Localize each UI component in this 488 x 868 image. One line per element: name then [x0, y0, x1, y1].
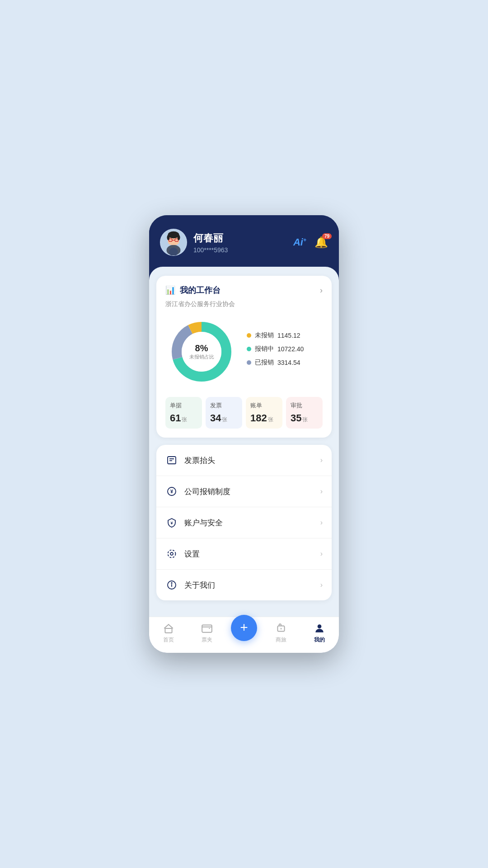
workbench-title: 我的工作台	[180, 285, 221, 296]
donut-label: 未报销占比	[189, 354, 214, 360]
content: 📊 我的工作台 › 浙江省办公服务行业协会 8%	[149, 267, 339, 653]
svg-point-22	[168, 550, 176, 558]
policy-icon: ¥	[165, 485, 178, 498]
legend-label-1: 报销中	[255, 345, 274, 353]
menu-arrow-4: ›	[320, 581, 323, 589]
nav-item-wallet[interactable]: 票夹	[188, 623, 227, 644]
bell-badge: 79	[322, 233, 332, 239]
user-name: 何春丽	[193, 231, 228, 245]
menu-left-0: 发票抬头	[165, 454, 215, 467]
header: 何春丽 100****5963 Ai+ 🔔 79	[149, 215, 339, 267]
stat-invoices[interactable]: 发票 34张	[206, 397, 242, 429]
stat-label-1: 发票	[210, 401, 238, 410]
ai-button[interactable]: Ai+	[293, 236, 306, 248]
menu-arrow-3: ›	[320, 550, 323, 558]
card-header: 📊 我的工作台 ›	[165, 285, 323, 296]
stat-value-0: 61张	[170, 412, 197, 424]
security-icon: ¥	[165, 516, 178, 529]
user-id: 100****5963	[193, 246, 228, 254]
legend-val-0: 1145.12	[277, 332, 300, 339]
legend-val-1: 10722.40	[277, 345, 304, 353]
menu-label-3: 设置	[184, 549, 200, 559]
menu-arrow-2: ›	[320, 519, 323, 527]
svg-point-10	[178, 235, 180, 241]
menu-item-invoice-header[interactable]: 发票抬头 ›	[156, 445, 332, 476]
svg-point-21	[170, 552, 173, 555]
menu-left-3: 设置	[165, 547, 200, 560]
donut-center: 8% 未报销占比	[189, 343, 214, 360]
user-info: 何春丽 100****5963	[193, 231, 228, 254]
menu-arrow-0: ›	[320, 456, 323, 464]
stat-label-0: 单据	[170, 401, 197, 410]
stat-label-2: 账单	[250, 401, 278, 410]
nav-item-mine[interactable]: 我的	[300, 623, 339, 644]
add-button[interactable]: +	[231, 615, 257, 641]
legend-label-0: 未报销	[255, 331, 274, 340]
legend-item-2: 已报销 3314.54	[247, 359, 323, 367]
svg-rect-26	[165, 628, 172, 633]
menu-label-1: 公司报销制度	[184, 486, 230, 497]
menu-item-account-security[interactable]: ¥ 账户与安全 ›	[156, 507, 332, 538]
svg-text:¥: ¥	[170, 521, 173, 525]
legend-item-0: 未报销 1145.12	[247, 331, 323, 340]
org-name: 浙江省办公服务行业协会	[165, 300, 323, 308]
menu-item-reimbursement-policy[interactable]: ¥ 公司报销制度 ›	[156, 476, 332, 507]
menu-item-about[interactable]: 关于我们 ›	[156, 570, 332, 600]
menu-left-1: ¥ 公司报销制度	[165, 485, 230, 498]
nav-label-home: 首页	[163, 636, 174, 644]
nav-label-travel: 商旅	[276, 636, 286, 644]
svg-point-25	[171, 583, 172, 584]
svg-point-9	[167, 235, 170, 241]
settings-icon	[165, 547, 178, 560]
stat-documents[interactable]: 单据 61张	[165, 397, 202, 429]
header-right: Ai+ 🔔 79	[293, 236, 328, 249]
stats-row: 单据 61张 发票 34张 账单 182张	[165, 397, 323, 429]
stat-value-3: 35张	[291, 412, 318, 424]
nav-item-travel[interactable]: 商旅	[262, 623, 300, 644]
phone-frame: 何春丽 100****5963 Ai+ 🔔 79 📊 我的工作台 ›	[149, 215, 339, 653]
legend-val-2: 3314.54	[277, 359, 300, 366]
stat-bills[interactable]: 账单 182张	[246, 397, 282, 429]
menu-left-4: 关于我们	[165, 579, 215, 591]
legend-dot-reimbursed	[247, 360, 251, 365]
plus-icon: +	[240, 621, 248, 634]
nav-label-wallet: 票夹	[202, 636, 212, 644]
legend-label-2: 已报销	[255, 359, 274, 367]
legend-dot-reimbursing	[247, 347, 251, 351]
chart-area: 8% 未报销占比 未报销 1145.12 报销中 10722.40	[165, 316, 323, 388]
legend-item-1: 报销中 10722.40	[247, 345, 323, 353]
nav-item-home[interactable]: 首页	[149, 623, 188, 644]
menu-label-2: 账户与安全	[184, 518, 223, 528]
menu-card: 发票抬头 › ¥ 公司报销制度 ›	[156, 445, 332, 600]
menu-label-0: 发票抬头	[184, 455, 215, 466]
stat-value-1: 34张	[210, 412, 238, 424]
workbench-card: 📊 我的工作台 › 浙江省办公服务行业协会 8%	[156, 276, 332, 438]
stat-value-2: 182张	[250, 412, 278, 424]
menu-item-settings[interactable]: 设置 ›	[156, 538, 332, 570]
nav-item-add[interactable]: +	[231, 626, 257, 641]
travel-icon	[275, 623, 287, 634]
header-left: 何春丽 100****5963	[160, 229, 228, 256]
nav-label-mine: 我的	[314, 636, 325, 644]
menu-left-2: ¥ 账户与安全	[165, 516, 223, 529]
donut-chart: 8% 未报销占比	[165, 316, 238, 388]
svg-rect-15	[168, 457, 176, 464]
card-title-wrap: 📊 我的工作台	[165, 285, 221, 296]
stat-approvals[interactable]: 审批 35张	[286, 397, 323, 429]
bell-wrap[interactable]: 🔔 79	[314, 236, 328, 249]
stat-label-3: 审批	[291, 401, 318, 410]
svg-point-30	[318, 624, 322, 628]
legend: 未报销 1145.12 报销中 10722.40 已报销 3314.54	[247, 331, 323, 372]
donut-pct: 8%	[189, 343, 214, 354]
workbench-icon: 📊	[165, 285, 175, 295]
invoice-header-icon	[165, 454, 178, 467]
bottom-nav: 首页 票夹 + 商旅	[149, 617, 339, 653]
about-icon	[165, 579, 178, 591]
svg-text:¥: ¥	[170, 489, 174, 494]
svg-rect-27	[202, 625, 212, 632]
workbench-arrow[interactable]: ›	[320, 286, 323, 295]
menu-label-4: 关于我们	[184, 580, 215, 590]
legend-dot-unreimbursed	[247, 333, 251, 338]
avatar[interactable]	[160, 229, 187, 256]
menu-arrow-1: ›	[320, 487, 323, 495]
